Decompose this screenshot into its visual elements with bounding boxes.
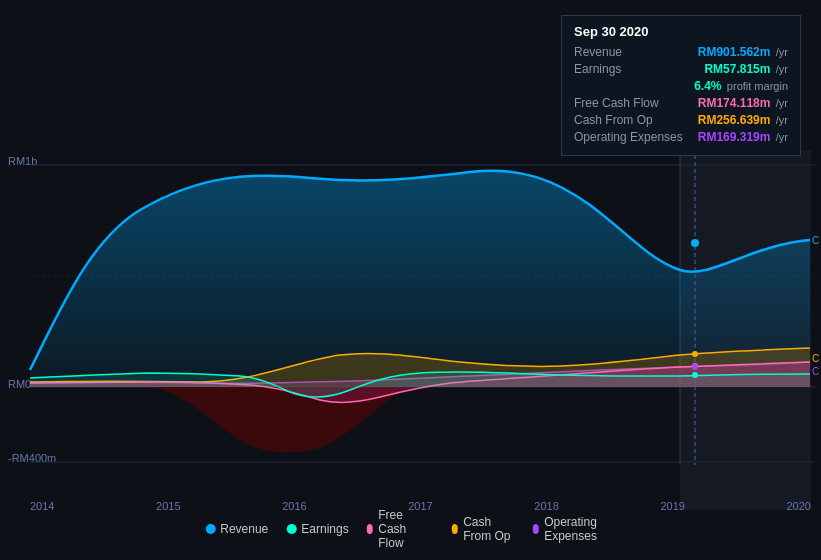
tooltip-label-fcf: Free Cash Flow	[574, 96, 659, 110]
tooltip-label-opex: Operating Expenses	[574, 130, 683, 144]
tooltip-label-cashop: Cash From Op	[574, 113, 653, 127]
cursor-dot-earnings	[692, 372, 698, 378]
cursor-dot-cashop	[692, 351, 698, 357]
legend-dot-revenue	[205, 524, 215, 534]
tooltip-value-cashop: RM256.639m /yr	[698, 113, 788, 127]
legend-dot-cashop	[452, 524, 459, 534]
tooltip-date: Sep 30 2020	[574, 24, 788, 39]
x-label-2019: 2019	[660, 500, 684, 512]
tooltip-label-revenue: Revenue	[574, 45, 622, 59]
legend-label-earnings: Earnings	[301, 522, 348, 536]
tooltip-value-opex: RM169.319m /yr	[698, 130, 788, 144]
legend-label-opex: Operating Expenses	[544, 515, 616, 543]
tooltip-row-fcf: Free Cash Flow RM174.118m /yr	[574, 96, 788, 110]
tooltip-row-revenue: Revenue RM901.562m /yr	[574, 45, 788, 59]
cursor-dot-revenue	[691, 239, 699, 247]
legend-dot-opex	[533, 524, 540, 534]
legend-dot-fcf	[367, 524, 374, 534]
tooltip-value-margin: 6.4% profit margin	[694, 79, 788, 93]
cursor-dot-opex	[692, 364, 698, 370]
tooltip-box: Sep 30 2020 Revenue RM901.562m /yr Earni…	[561, 15, 801, 156]
legend-item-opex: Operating Expenses	[533, 515, 616, 543]
tooltip-label-earnings: Earnings	[574, 62, 621, 76]
chart-legend: Revenue Earnings Free Cash Flow Cash Fro…	[205, 508, 616, 550]
tooltip-row-cashop: Cash From Op RM256.639m /yr	[574, 113, 788, 127]
opex-right-label: C	[812, 366, 819, 377]
x-label-2015: 2015	[156, 500, 180, 512]
legend-label-cashop: Cash From Op	[463, 515, 514, 543]
tooltip-row-opex: Operating Expenses RM169.319m /yr	[574, 130, 788, 144]
legend-label-revenue: Revenue	[220, 522, 268, 536]
tooltip-value-revenue: RM901.562m /yr	[698, 45, 788, 59]
legend-item-earnings: Earnings	[286, 522, 348, 536]
x-label-2014: 2014	[30, 500, 54, 512]
legend-dot-earnings	[286, 524, 296, 534]
cashop-right-label: C	[812, 353, 819, 364]
tooltip-value-earnings: RM57.815m /yr	[704, 62, 788, 76]
legend-item-cashop: Cash From Op	[452, 515, 515, 543]
x-label-2020: 2020	[786, 500, 810, 512]
tooltip-row-earnings: Earnings RM57.815m /yr	[574, 62, 788, 76]
tooltip-row-margin: 6.4% profit margin	[574, 79, 788, 93]
legend-label-fcf: Free Cash Flow	[378, 508, 433, 550]
legend-item-fcf: Free Cash Flow	[367, 508, 434, 550]
legend-item-revenue: Revenue	[205, 522, 268, 536]
revenue-right-label: C	[812, 235, 819, 246]
tooltip-value-fcf: RM174.118m /yr	[698, 96, 788, 110]
